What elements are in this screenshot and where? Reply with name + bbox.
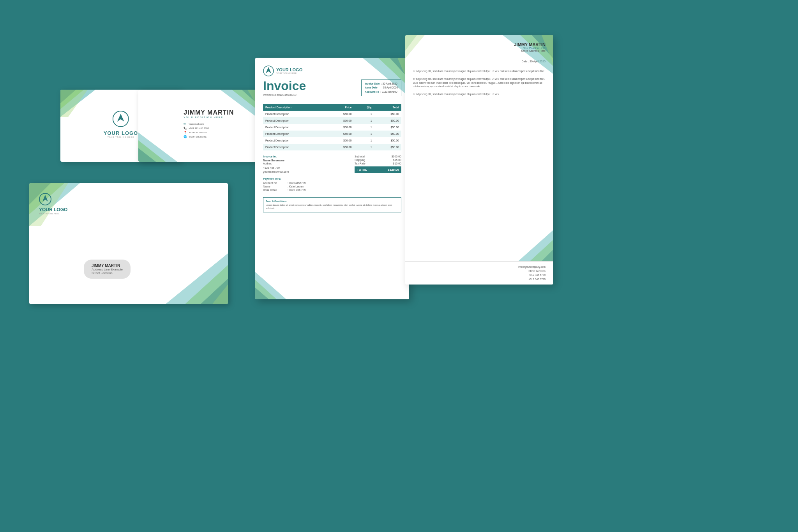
env-tagline: YOUR TAGLINE HERE	[39, 212, 67, 215]
letterhead-contact: JIMMY MARTIN Your Position Here Office A…	[514, 42, 546, 56]
col-total: Total	[374, 104, 401, 111]
envelope-logo: YOUR LOGO YOUR TAGLINE HERE	[39, 193, 67, 215]
invoice-cell: $50.00	[374, 144, 401, 150]
address-icon: 📍	[184, 131, 187, 134]
bc-phone: +001 321 456 7890	[189, 127, 209, 129]
invoice-row: Product Description$50.001$50.00	[263, 111, 401, 117]
invoice-cell: 1	[354, 137, 374, 144]
invoice-cell: 1	[354, 124, 374, 131]
bc-front-logo: YOUR LOGO YOUR TAGLINE HERE	[104, 110, 138, 138]
invoice-row: Product Description$50.001$50.00	[263, 124, 401, 131]
invoice-header: YOUR LOGO YOUR TAGLINE HERE Invoice Invo…	[255, 58, 409, 104]
invoice-cell: 1	[354, 111, 374, 117]
invoice-logo: YOUR LOGO YOUR TAGLINE HERE	[263, 65, 401, 76]
invoice-logo-text: YOUR LOGO	[276, 67, 302, 72]
invoice-cell: $50.00	[374, 117, 401, 124]
bc-website: YOUR WEBSITE	[189, 136, 207, 138]
invoice-row: Product Description$50.001$50.00	[263, 131, 401, 137]
invoice-number: Invoice No #012345678910	[263, 94, 306, 96]
bc-address: YOUR ADDRESS	[189, 131, 207, 134]
invoice: YOUR LOGO YOUR TAGLINE HERE Invoice Invo…	[255, 58, 409, 299]
bc-front-tagline: YOUR TAGLINE HERE	[104, 136, 138, 138]
invoice-dates: Invoice Date : 30 April 2020 Issue Date …	[361, 80, 401, 96]
lh-para-2: er adipiscing elit, sed diam nonummy er …	[413, 77, 546, 88]
business-card-back: JIMMY MARTIN YOUR POSITION HERE ✉ yourem…	[138, 90, 259, 162]
invoice-cell: Product Description	[263, 131, 327, 137]
invoice-cell: $50.00	[374, 111, 401, 117]
bc-front-logo-text: YOUR LOGO	[104, 130, 138, 136]
letterhead-footer-contact: info@yourcompany.com Street Location +01…	[518, 265, 546, 281]
letterhead-header: JIMMY MARTIN Your Position Here Office A…	[405, 35, 553, 60]
invoice-row: Product Description$50.001$50.00	[263, 144, 401, 150]
bc-name: JIMMY MARTIN	[184, 109, 234, 116]
invoice-cell: $50.00	[374, 131, 401, 137]
invoice-cell: 1	[354, 144, 374, 150]
invoice-logo-tagline: YOUR TAGLINE HERE	[276, 72, 302, 74]
env-address-line2: Street Location	[92, 271, 123, 275]
invoice-table: Product Description Price Qty. Total Pro…	[263, 104, 401, 150]
invoice-cell: $50.00	[327, 131, 354, 137]
phone-icon: 📞	[184, 127, 187, 130]
env-recipient-name: JIMMY MARTIN	[92, 263, 123, 268]
invoice-bottom: Invoice to: Name Surename Addres +123 45…	[255, 150, 409, 177]
invoice-to: Invoice to: Name Surename Addres +123 45…	[263, 155, 351, 174]
col-product: Product Description	[263, 104, 327, 111]
invoice-row: Product Description$50.001$50.00	[263, 117, 401, 124]
invoice-cell: 1	[354, 117, 374, 124]
email-icon: ✉	[184, 122, 187, 125]
letterhead-footer: info@yourcompany.com Street Location +01…	[405, 262, 553, 285]
col-qty: Qty.	[354, 104, 374, 111]
svg-marker-3	[60, 90, 88, 117]
letterhead: JIMMY MARTIN Your Position Here Office A…	[405, 35, 553, 285]
col-price: Price	[327, 104, 354, 111]
envelope-address: JIMMY MARTIN Address Line Example Street…	[84, 260, 131, 279]
env-logo-text: YOUR LOGO	[39, 207, 67, 212]
invoice-terms: Term & Conditions: Lorem ipsum dolor sit…	[263, 197, 401, 213]
invoice-cell: Product Description	[263, 137, 327, 144]
env-address-line1: Address Line Example	[92, 268, 123, 271]
invoice-title: Invoice	[263, 80, 306, 92]
invoice-cell: $50.00	[327, 111, 354, 117]
bc-email: youremail.com	[189, 123, 204, 125]
bc-back-content: JIMMY MARTIN YOUR POSITION HERE ✉ yourem…	[184, 109, 234, 140]
invoice-cell: $50.00	[374, 124, 401, 131]
invoice-cell: Product Description	[263, 111, 327, 117]
invoice-cell: $50.00	[327, 117, 354, 124]
invoice-cell: Product Description	[263, 144, 327, 150]
envelope: YOUR LOGO YOUR TAGLINE HERE JIMMY MARTIN…	[29, 183, 228, 304]
invoice-cell: $50.00	[327, 137, 354, 144]
bc-position: YOUR POSITION HERE	[184, 116, 234, 118]
website-icon: 🌐	[184, 135, 187, 138]
invoice-cell: $50.00	[374, 137, 401, 144]
invoice-row: Product Description$50.001$50.00	[263, 137, 401, 144]
invoice-cell: 1	[354, 131, 374, 137]
invoice-payment: Payment Info: Account No : 01234456789 N…	[255, 177, 409, 195]
invoice-summary: Subtotal $300.00 Shipping $15.00 Tax Rat…	[355, 155, 401, 174]
invoice-cell: $50.00	[327, 124, 354, 131]
lh-para-3: er adipiscing elit, sed diam nonummy er …	[413, 92, 546, 96]
invoice-cell: Product Description	[263, 124, 327, 131]
invoice-total: TOTAL $325.00	[355, 166, 401, 173]
invoice-cell: $50.00	[327, 144, 354, 150]
invoice-cell: Product Description	[263, 117, 327, 124]
